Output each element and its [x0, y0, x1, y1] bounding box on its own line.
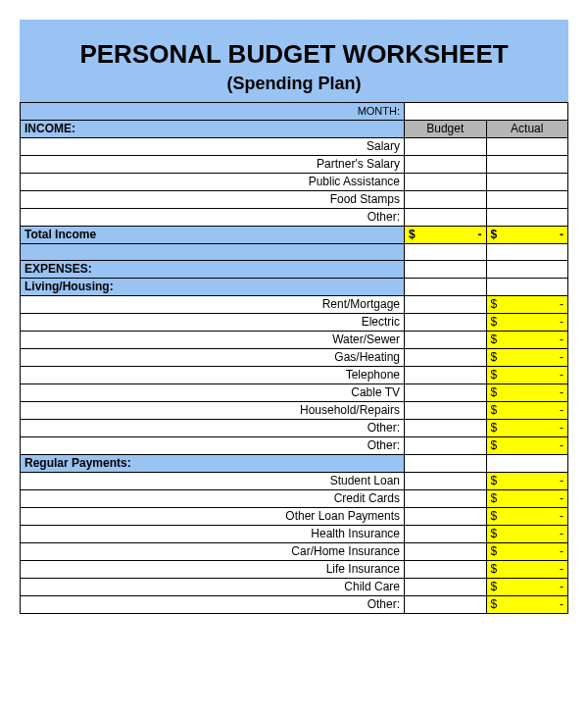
row-label: Credit Cards: [21, 490, 405, 508]
expenses-header: EXPENSES:: [21, 261, 405, 279]
actual-cell: $-: [486, 420, 568, 437]
budget-table: MONTH: INCOME: Budget Actual Salary Part…: [20, 102, 568, 614]
regular-row: Credit Cards$-: [21, 490, 568, 508]
spacer-row: [21, 244, 568, 261]
column-headers: INCOME: Budget Actual: [21, 121, 568, 138]
budget-cell[interactable]: [405, 384, 486, 402]
regular-row: Other:$-: [21, 596, 568, 614]
budget-cell[interactable]: [405, 349, 486, 367]
income-row: Salary: [21, 138, 568, 156]
income-row: Other:: [21, 209, 568, 227]
actual-cell: $-: [486, 579, 568, 596]
income-row: Partner's Salary: [21, 156, 568, 174]
regular-row: Health Insurance$-: [21, 526, 568, 543]
row-label: Child Care: [21, 579, 405, 596]
row-label: Health Insurance: [21, 526, 405, 543]
regular-header-row: Regular Payments:: [21, 455, 568, 473]
living-row: Rent/Mortgage$-: [21, 296, 568, 314]
row-label: Cable TV: [21, 384, 405, 402]
budget-worksheet: PERSONAL BUDGET WORKSHEET (Spending Plan…: [20, 20, 568, 614]
row-label: Rent/Mortgage: [21, 296, 405, 314]
regular-row: Life Insurance$-: [21, 561, 568, 579]
actual-cell: $-: [486, 437, 568, 455]
budget-cell[interactable]: [405, 174, 486, 191]
regular-row: Child Care$-: [21, 579, 568, 596]
row-label: Other:: [21, 209, 405, 227]
budget-cell[interactable]: [405, 561, 486, 579]
budget-cell[interactable]: [405, 490, 486, 508]
budget-cell[interactable]: [405, 209, 486, 227]
budget-cell[interactable]: [405, 526, 486, 543]
actual-cell[interactable]: [486, 174, 568, 191]
row-label: Water/Sewer: [21, 332, 405, 349]
budget-cell[interactable]: [405, 420, 486, 437]
regular-row: Car/Home Insurance$-: [21, 543, 568, 561]
actual-cell[interactable]: [486, 156, 568, 174]
living-header-row: Living/Housing:: [21, 279, 568, 296]
regular-row: Other Loan Payments$-: [21, 508, 568, 526]
actual-cell: $-: [486, 596, 568, 614]
living-header: Living/Housing:: [21, 279, 405, 296]
actual-cell: $-: [486, 543, 568, 561]
living-row: Other:$-: [21, 437, 568, 455]
actual-cell: $-: [486, 384, 568, 402]
row-label: Household/Repairs: [21, 402, 405, 420]
actual-cell[interactable]: [486, 191, 568, 209]
budget-cell[interactable]: [405, 402, 486, 420]
row-label: Student Loan: [21, 473, 405, 490]
actual-cell: $-: [486, 367, 568, 384]
actual-cell: $-: [486, 402, 568, 420]
budget-cell[interactable]: [405, 314, 486, 332]
budget-cell[interactable]: [405, 596, 486, 614]
budget-cell[interactable]: [405, 437, 486, 455]
budget-cell[interactable]: [405, 191, 486, 209]
row-label: Other:: [21, 420, 405, 437]
budget-cell[interactable]: [405, 543, 486, 561]
actual-cell: $-: [486, 490, 568, 508]
budget-cell[interactable]: [405, 579, 486, 596]
total-income-label: Total Income: [21, 227, 405, 244]
title-block: PERSONAL BUDGET WORKSHEET (Spending Plan…: [20, 20, 568, 102]
actual-cell[interactable]: [486, 209, 568, 227]
living-row: Cable TV$-: [21, 384, 568, 402]
living-row: Other:$-: [21, 420, 568, 437]
total-income-row: Total Income $- $-: [21, 227, 568, 244]
budget-cell[interactable]: [405, 138, 486, 156]
budget-cell[interactable]: [405, 296, 486, 314]
page-title: PERSONAL BUDGET WORKSHEET: [20, 31, 568, 74]
budget-cell[interactable]: [405, 473, 486, 490]
row-label: Electric: [21, 314, 405, 332]
row-label: Life Insurance: [21, 561, 405, 579]
row-label: Other Loan Payments: [21, 508, 405, 526]
living-row: Telephone$-: [21, 367, 568, 384]
actual-cell: $-: [486, 473, 568, 490]
row-label: Telephone: [21, 367, 405, 384]
actual-cell: $-: [486, 561, 568, 579]
budget-cell[interactable]: [405, 332, 486, 349]
actual-cell: $-: [486, 508, 568, 526]
budget-cell[interactable]: [405, 508, 486, 526]
budget-cell[interactable]: [405, 156, 486, 174]
row-label: Gas/Heating: [21, 349, 405, 367]
row-label: Car/Home Insurance: [21, 543, 405, 561]
month-value[interactable]: [405, 103, 568, 121]
row-label: Public Assistance: [21, 174, 405, 191]
actual-cell: $-: [486, 349, 568, 367]
income-row: Food Stamps: [21, 191, 568, 209]
living-row: Electric$-: [21, 314, 568, 332]
living-row: Water/Sewer$-: [21, 332, 568, 349]
actual-cell[interactable]: [486, 138, 568, 156]
income-row: Public Assistance: [21, 174, 568, 191]
actual-cell: $-: [486, 526, 568, 543]
col-actual-header: Actual: [486, 121, 568, 138]
regular-header: Regular Payments:: [21, 455, 405, 473]
row-label: Food Stamps: [21, 191, 405, 209]
regular-row: Student Loan$-: [21, 473, 568, 490]
actual-cell: $-: [486, 296, 568, 314]
budget-cell[interactable]: [405, 367, 486, 384]
total-income-budget: $-: [405, 227, 486, 244]
actual-cell: $-: [486, 332, 568, 349]
month-row: MONTH:: [21, 103, 568, 121]
row-label: Other:: [21, 596, 405, 614]
expenses-header-row: EXPENSES:: [21, 261, 568, 279]
